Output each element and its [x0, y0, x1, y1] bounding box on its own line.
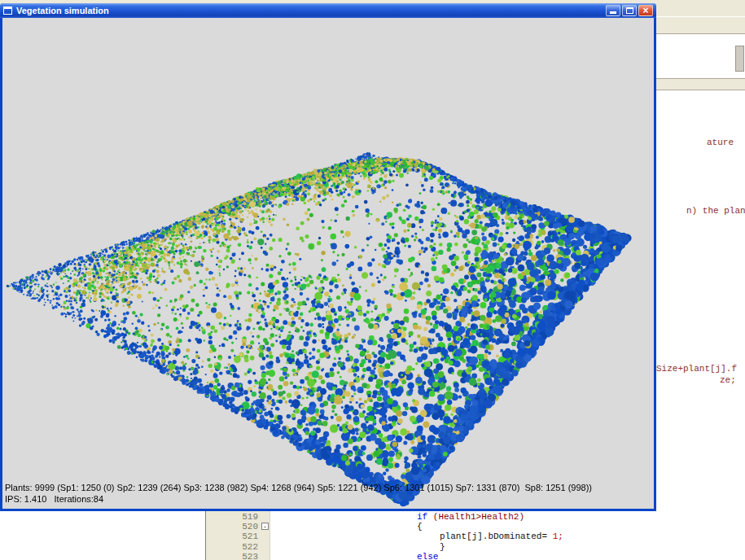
code-token: plant[j].bDominated=	[440, 532, 553, 541]
code-token: (Health1>Health2)	[427, 512, 524, 522]
line-number: 522	[242, 542, 258, 552]
ide-toolbar-band	[656, 0, 745, 17]
line-number-gutter[interactable]: 519520-521522523	[205, 511, 270, 560]
code-line: {	[417, 522, 423, 532]
close-icon: ×	[642, 6, 648, 15]
code-token: {	[417, 522, 423, 532]
code-token: 1;	[553, 532, 563, 541]
status-plants: Plants: 9999 (Sp1: 1250 (0) Sp2: 1239 (2…	[5, 482, 592, 493]
code-fold-toggle[interactable]: -	[261, 523, 269, 530]
status-ips: IPS: 1.410 Iterations:84	[5, 493, 592, 505]
line-number: 523	[242, 552, 258, 560]
ide-toolbar-band-2	[656, 17, 745, 34]
ide-pane-divider	[656, 78, 745, 90]
code-fragment: ze;	[720, 375, 736, 385]
code-token: }	[440, 542, 445, 552]
code-area[interactable]: if (Health1>Health2){plant[j].bDominated…	[0, 511, 745, 560]
code-fragment: Size+plant[j].f	[656, 364, 737, 374]
line-number: 520	[242, 522, 258, 532]
close-button[interactable]: ×	[638, 5, 653, 16]
line-number: 521	[242, 532, 258, 541]
ide-editor-bottom-panel: if (Health1>Health2){plant[j].bDominated…	[0, 511, 745, 560]
code-fragment: ature	[707, 138, 734, 147]
editor-scrollbar-thumb[interactable]	[735, 46, 744, 72]
window-title: Vegetation simulation	[16, 6, 604, 15]
window-client-area: Plants: 9999 (Sp1: 1250 (0) Sp2: 1239 (2…	[2, 18, 654, 509]
code-line: else	[417, 552, 438, 560]
code-line: }	[440, 542, 445, 552]
code-line: plant[j].bDominated= 1;	[440, 532, 563, 541]
minimize-icon	[610, 11, 616, 14]
code-fragment: n) the plant wi	[686, 206, 745, 216]
ide-editor-right-panel: aturen) the plant wiSize+plant[j].fze;	[656, 0, 745, 511]
minimize-button[interactable]	[606, 5, 620, 16]
code-token: else	[417, 552, 438, 560]
maximize-button[interactable]	[622, 5, 637, 16]
maximize-icon	[626, 7, 633, 14]
line-number: 519	[242, 512, 258, 522]
title-bar[interactable]: Vegetation simulation ×	[0, 3, 656, 18]
code-token: if	[417, 512, 427, 522]
vegetation-simulation-window: Vegetation simulation × Plants: 9999 (Sp…	[0, 3, 656, 511]
code-line: if (Health1>Health2)	[417, 512, 524, 522]
status-text: Plants: 9999 (Sp1: 1250 (0) Sp2: 1239 (2…	[5, 482, 592, 505]
window-icon	[3, 7, 12, 15]
vegetation-canvas[interactable]	[2, 18, 654, 509]
